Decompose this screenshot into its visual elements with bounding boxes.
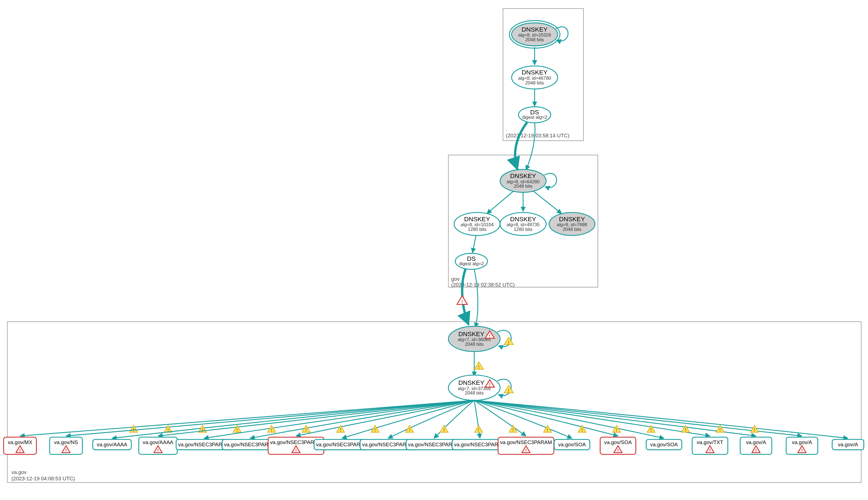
record-fanout-group: !va.gov/MX!!va.gov/NS!!va.gov/AAAA!va.go… <box>3 400 864 454</box>
svg-text:!: ! <box>374 428 376 433</box>
svg-text:!: ! <box>617 448 619 453</box>
zone-vagov-ts: (2023-12-19 04:08:53 UTC) <box>11 476 75 481</box>
record-label: va.gov/A <box>838 442 858 447</box>
svg-text:2048 bits: 2048 bits <box>525 80 544 86</box>
svg-text:DNSKEY: DNSKEY <box>522 26 548 33</box>
svg-text:2048 bits: 2048 bits <box>465 342 483 347</box>
svg-text:DNSKEY: DNSKEY <box>464 215 490 223</box>
svg-text:DNSKEY: DNSKEY <box>510 215 536 223</box>
node-gov-ksk: DNSKEY alg=8, id=64280 2048 bits <box>500 169 557 192</box>
svg-text:!: ! <box>512 428 514 433</box>
svg-text:!: ! <box>340 428 341 433</box>
dnssec-graph: . (2023-12-19 03:58:14 UTC) DNSKEY alg=8… <box>3 3 865 500</box>
svg-text:!: ! <box>525 448 527 453</box>
svg-text:1280 bits: 1280 bits <box>514 227 532 232</box>
svg-text:!: ! <box>685 428 687 433</box>
svg-text:!: ! <box>547 428 548 433</box>
zone-vagov-name: va.gov <box>11 469 27 475</box>
record-label: va.gov/SOA <box>650 442 678 447</box>
svg-text:!: ! <box>236 428 238 433</box>
node-gov-ds: DS digest alg=2 <box>455 253 487 269</box>
record-label: va.gov/A <box>792 439 812 445</box>
svg-text:!: ! <box>489 382 491 388</box>
record-label: va.gov/TXT <box>697 439 723 445</box>
svg-text:DNSKEY: DNSKEY <box>458 379 484 386</box>
svg-text:DNSKEY: DNSKEY <box>522 69 548 76</box>
svg-text:2048 bits: 2048 bits <box>514 184 532 189</box>
warn-icon-ksk-zsk: ! <box>474 362 483 370</box>
node-gov-zsk3: DNSKEY alg=8, id=7698 2048 bits <box>549 212 595 235</box>
record-label: va.gov/MX <box>8 439 32 445</box>
svg-text:!: ! <box>443 428 445 433</box>
svg-text:!: ! <box>719 428 721 433</box>
node-gov-zsk2: DNSKEY alg=8, id=49735 1280 bits <box>500 212 546 235</box>
svg-text:digest alg=2: digest alg=2 <box>459 261 484 266</box>
node-vagov-ksk: DNSKEY alg=7, id=36085 2048 bits ! ! <box>448 326 513 351</box>
svg-text:!: ! <box>489 333 491 339</box>
record-label: va.gov/NSEC3PARAM <box>500 439 552 445</box>
svg-text:!: ! <box>295 448 297 453</box>
zone-vagov-box <box>8 322 861 482</box>
err-icon-ds-edge: ! <box>457 296 467 305</box>
svg-text:!: ! <box>508 340 510 345</box>
svg-text:2048 bits: 2048 bits <box>465 390 483 396</box>
node-root-zsk: DNSKEY alg=8, id=46780 2048 bits <box>512 66 558 89</box>
svg-text:DNSKEY: DNSKEY <box>458 330 484 338</box>
record-label: va.gov/SOA <box>558 442 586 447</box>
svg-text:2048 bits: 2048 bits <box>563 227 581 232</box>
svg-text:!: ! <box>755 448 757 453</box>
svg-text:!: ! <box>508 388 510 394</box>
svg-text:DNSKEY: DNSKEY <box>559 215 585 223</box>
svg-text:DNSKEY: DNSKEY <box>510 172 536 179</box>
node-gov-zsk1: DNSKEY alg=8, id=10104 1280 bits <box>454 212 500 235</box>
svg-text:!: ! <box>157 448 159 453</box>
record-label: va.gov/SOA <box>604 439 632 445</box>
node-root-ksk: DNSKEY alg=8, id=20326 2048 bits <box>509 21 568 48</box>
svg-text:!: ! <box>305 428 307 433</box>
svg-text:digest alg=2: digest alg=2 <box>522 115 547 120</box>
svg-text:!: ! <box>409 428 411 433</box>
svg-text:!: ! <box>581 428 583 433</box>
svg-text:!: ! <box>271 428 272 433</box>
svg-text:!: ! <box>19 448 21 453</box>
svg-text:!: ! <box>801 448 803 453</box>
svg-text:!: ! <box>754 428 756 433</box>
svg-text:!: ! <box>650 428 652 433</box>
svg-text:!: ! <box>709 448 711 453</box>
svg-text:!: ! <box>461 299 463 305</box>
svg-text:!: ! <box>616 428 617 433</box>
svg-text:!: ! <box>478 428 480 433</box>
zone-root-ts: (2023-12-19 03:58:14 UTC) <box>506 133 569 138</box>
svg-text:2048 bits: 2048 bits <box>525 37 544 42</box>
zone-gov-name: gov <box>451 276 460 282</box>
zone-root-name: . <box>506 126 507 132</box>
record-label: va.gov/AAAA <box>143 439 173 445</box>
svg-text:!: ! <box>202 428 203 433</box>
svg-text:!: ! <box>65 448 67 453</box>
record-label: va.gov/NS <box>54 439 78 445</box>
node-vagov-zsk: DNSKEY alg=7, id=37358 2048 bits ! ! <box>448 375 513 400</box>
record-label: va.gov/A <box>746 439 766 445</box>
zone-gov-ts: (2023-12-19 02:38:52 UTC) <box>451 282 515 288</box>
record-label: va.gov/AAAA <box>97 442 127 447</box>
svg-text:!: ! <box>478 365 480 370</box>
svg-text:1280 bits: 1280 bits <box>468 227 486 232</box>
node-root-ds: DS digest alg=2 <box>519 107 551 123</box>
